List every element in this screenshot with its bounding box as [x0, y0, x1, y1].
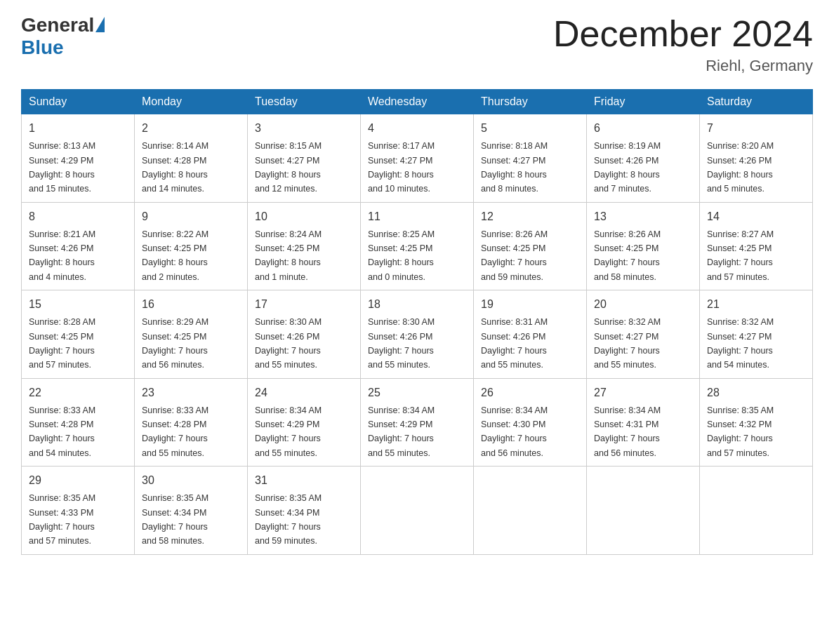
day-number: 23 — [142, 384, 240, 401]
day-info: Sunrise: 8:32 AM Sunset: 4:27 PM Dayligh… — [594, 317, 661, 370]
calendar-cell: 17Sunrise: 8:30 AM Sunset: 4:26 PM Dayli… — [248, 290, 361, 379]
day-number: 12 — [481, 208, 579, 225]
day-info: Sunrise: 8:33 AM Sunset: 4:28 PM Dayligh… — [29, 405, 95, 458]
calendar-cell — [700, 467, 813, 555]
calendar-cell: 23Sunrise: 8:33 AM Sunset: 4:28 PM Dayli… — [135, 378, 248, 467]
day-number: 15 — [29, 296, 127, 313]
day-info: Sunrise: 8:25 AM Sunset: 4:25 PM Dayligh… — [368, 229, 435, 282]
calendar-cell: 14Sunrise: 8:27 AM Sunset: 4:25 PM Dayli… — [700, 202, 813, 290]
day-info: Sunrise: 8:26 AM Sunset: 4:25 PM Dayligh… — [481, 229, 548, 282]
day-number: 22 — [29, 384, 127, 401]
day-info: Sunrise: 8:14 AM Sunset: 4:28 PM Dayligh… — [142, 141, 208, 194]
day-number: 25 — [368, 384, 466, 401]
calendar-cell: 6Sunrise: 8:19 AM Sunset: 4:26 PM Daylig… — [587, 114, 700, 203]
day-info: Sunrise: 8:20 AM Sunset: 4:26 PM Dayligh… — [707, 141, 774, 194]
week-row-3: 15Sunrise: 8:28 AM Sunset: 4:25 PM Dayli… — [22, 290, 813, 379]
day-number: 14 — [707, 208, 805, 225]
calendar-cell: 29Sunrise: 8:35 AM Sunset: 4:33 PM Dayli… — [22, 467, 135, 555]
week-row-1: 1Sunrise: 8:13 AM Sunset: 4:29 PM Daylig… — [22, 114, 813, 203]
calendar-cell: 8Sunrise: 8:21 AM Sunset: 4:26 PM Daylig… — [22, 202, 135, 290]
column-header-thursday: Thursday — [474, 90, 587, 114]
column-header-monday: Monday — [135, 90, 248, 114]
calendar-cell: 27Sunrise: 8:34 AM Sunset: 4:31 PM Dayli… — [587, 378, 700, 467]
day-info: Sunrise: 8:24 AM Sunset: 4:25 PM Dayligh… — [255, 229, 322, 282]
day-number: 26 — [481, 384, 579, 401]
calendar-cell: 1Sunrise: 8:13 AM Sunset: 4:29 PM Daylig… — [22, 114, 135, 203]
day-number: 27 — [594, 384, 692, 401]
calendar-cell: 13Sunrise: 8:26 AM Sunset: 4:25 PM Dayli… — [587, 202, 700, 290]
calendar-cell: 15Sunrise: 8:28 AM Sunset: 4:25 PM Dayli… — [22, 290, 135, 379]
day-info: Sunrise: 8:15 AM Sunset: 4:27 PM Dayligh… — [255, 141, 322, 194]
calendar-cell: 4Sunrise: 8:17 AM Sunset: 4:27 PM Daylig… — [361, 114, 474, 203]
calendar-cell: 3Sunrise: 8:15 AM Sunset: 4:27 PM Daylig… — [248, 114, 361, 203]
column-header-wednesday: Wednesday — [361, 90, 474, 114]
day-number: 5 — [481, 120, 579, 137]
day-number: 6 — [594, 120, 692, 137]
day-number: 24 — [255, 384, 353, 401]
day-info: Sunrise: 8:21 AM Sunset: 4:26 PM Dayligh… — [29, 229, 95, 282]
day-number: 13 — [594, 208, 692, 225]
day-number: 7 — [707, 120, 805, 137]
day-info: Sunrise: 8:35 AM Sunset: 4:34 PM Dayligh… — [142, 493, 208, 546]
location: Riehl, Germany — [553, 57, 813, 75]
day-number: 9 — [142, 208, 240, 225]
calendar-cell: 24Sunrise: 8:34 AM Sunset: 4:29 PM Dayli… — [248, 378, 361, 467]
day-info: Sunrise: 8:33 AM Sunset: 4:28 PM Dayligh… — [142, 405, 208, 458]
day-info: Sunrise: 8:32 AM Sunset: 4:27 PM Dayligh… — [707, 317, 774, 370]
day-info: Sunrise: 8:13 AM Sunset: 4:29 PM Dayligh… — [29, 141, 95, 194]
column-header-friday: Friday — [587, 90, 700, 114]
day-info: Sunrise: 8:17 AM Sunset: 4:27 PM Dayligh… — [368, 141, 435, 194]
day-info: Sunrise: 8:30 AM Sunset: 4:26 PM Dayligh… — [255, 317, 322, 370]
day-number: 2 — [142, 120, 240, 137]
calendar-cell — [587, 467, 700, 555]
calendar-cell: 10Sunrise: 8:24 AM Sunset: 4:25 PM Dayli… — [248, 202, 361, 290]
calendar-cell: 20Sunrise: 8:32 AM Sunset: 4:27 PM Dayli… — [587, 290, 700, 379]
calendar-cell: 22Sunrise: 8:33 AM Sunset: 4:28 PM Dayli… — [22, 378, 135, 467]
calendar-cell: 26Sunrise: 8:34 AM Sunset: 4:30 PM Dayli… — [474, 378, 587, 467]
month-title: December 2024 — [553, 14, 813, 54]
day-number: 8 — [29, 208, 127, 225]
day-info: Sunrise: 8:30 AM Sunset: 4:26 PM Dayligh… — [368, 317, 435, 370]
day-number: 19 — [481, 296, 579, 313]
calendar-cell: 30Sunrise: 8:35 AM Sunset: 4:34 PM Dayli… — [135, 467, 248, 555]
day-info: Sunrise: 8:34 AM Sunset: 4:29 PM Dayligh… — [255, 405, 322, 458]
day-number: 17 — [255, 296, 353, 313]
day-info: Sunrise: 8:27 AM Sunset: 4:25 PM Dayligh… — [707, 229, 774, 282]
day-info: Sunrise: 8:26 AM Sunset: 4:25 PM Dayligh… — [594, 229, 661, 282]
day-number: 29 — [29, 472, 127, 489]
calendar-cell: 9Sunrise: 8:22 AM Sunset: 4:25 PM Daylig… — [135, 202, 248, 290]
day-info: Sunrise: 8:34 AM Sunset: 4:29 PM Dayligh… — [368, 405, 435, 458]
day-number: 28 — [707, 384, 805, 401]
calendar-cell: 5Sunrise: 8:18 AM Sunset: 4:27 PM Daylig… — [474, 114, 587, 203]
day-info: Sunrise: 8:29 AM Sunset: 4:25 PM Dayligh… — [142, 317, 208, 370]
day-info: Sunrise: 8:35 AM Sunset: 4:33 PM Dayligh… — [29, 493, 95, 546]
logo: General Blue — [21, 14, 105, 59]
calendar-cell: 19Sunrise: 8:31 AM Sunset: 4:26 PM Dayli… — [474, 290, 587, 379]
day-number: 21 — [707, 296, 805, 313]
day-number: 20 — [594, 296, 692, 313]
day-info: Sunrise: 8:31 AM Sunset: 4:26 PM Dayligh… — [481, 317, 548, 370]
day-info: Sunrise: 8:22 AM Sunset: 4:25 PM Dayligh… — [142, 229, 208, 282]
logo-blue-text: Blue — [21, 36, 64, 59]
day-info: Sunrise: 8:34 AM Sunset: 4:31 PM Dayligh… — [594, 405, 661, 458]
calendar-cell: 25Sunrise: 8:34 AM Sunset: 4:29 PM Dayli… — [361, 378, 474, 467]
page-header: General Blue December 2024 Riehl, German… — [21, 14, 813, 75]
calendar-cell: 11Sunrise: 8:25 AM Sunset: 4:25 PM Dayli… — [361, 202, 474, 290]
calendar-cell — [474, 467, 587, 555]
calendar-cell — [361, 467, 474, 555]
calendar-cell: 31Sunrise: 8:35 AM Sunset: 4:34 PM Dayli… — [248, 467, 361, 555]
calendar-cell: 7Sunrise: 8:20 AM Sunset: 4:26 PM Daylig… — [700, 114, 813, 203]
calendar-cell: 18Sunrise: 8:30 AM Sunset: 4:26 PM Dayli… — [361, 290, 474, 379]
day-number: 4 — [368, 120, 466, 137]
week-row-4: 22Sunrise: 8:33 AM Sunset: 4:28 PM Dayli… — [22, 378, 813, 467]
calendar-table: SundayMondayTuesdayWednesdayThursdayFrid… — [21, 89, 813, 555]
day-number: 3 — [255, 120, 353, 137]
column-header-saturday: Saturday — [700, 90, 813, 114]
column-header-tuesday: Tuesday — [248, 90, 361, 114]
day-info: Sunrise: 8:34 AM Sunset: 4:30 PM Dayligh… — [481, 405, 548, 458]
calendar-cell: 16Sunrise: 8:29 AM Sunset: 4:25 PM Dayli… — [135, 290, 248, 379]
day-info: Sunrise: 8:19 AM Sunset: 4:26 PM Dayligh… — [594, 141, 661, 194]
day-number: 30 — [142, 472, 240, 489]
day-info: Sunrise: 8:28 AM Sunset: 4:25 PM Dayligh… — [29, 317, 95, 370]
day-number: 31 — [255, 472, 353, 489]
